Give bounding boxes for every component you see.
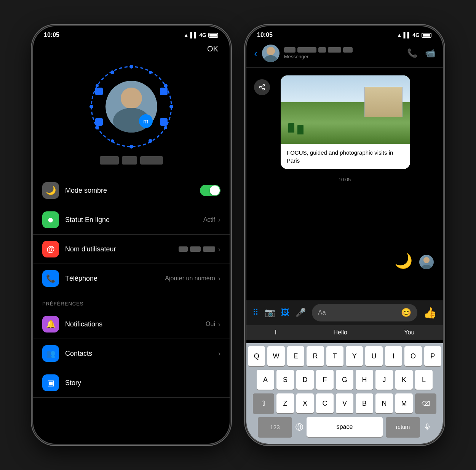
camera-icon[interactable]: 📷 <box>265 308 275 318</box>
settings-item-online[interactable]: ● Statut En ligne Actif › <box>33 205 230 235</box>
key-r[interactable]: R <box>307 346 324 366</box>
dark-mode-toggle[interactable] <box>200 185 220 196</box>
key-w[interactable]: W <box>267 346 284 366</box>
dark-mode-label: Mode sombre <box>65 187 200 195</box>
chevron-username: › <box>218 245 220 253</box>
chat-area: FOCUS, guided and photographic visits in… <box>246 68 443 300</box>
settings-item-notifications[interactable]: 🔔 Notifications Oui › <box>33 310 230 339</box>
chevron-notifications: › <box>218 320 220 328</box>
messenger-header: ‹ Messenger <box>246 41 443 68</box>
key-return[interactable]: return <box>386 417 420 437</box>
phone-call-icon[interactable]: 📞 <box>407 48 417 58</box>
back-button[interactable]: ‹ <box>254 48 257 59</box>
key-z[interactable]: Z <box>276 393 294 413</box>
input-placeholder: Aa <box>318 309 326 317</box>
key-shift[interactable]: ⇧ <box>253 393 274 413</box>
share-button[interactable] <box>254 79 270 95</box>
message-input[interactable]: Aa 😊 <box>312 304 417 321</box>
settings-header: OK <box>33 41 230 61</box>
key-l[interactable]: L <box>415 370 433 390</box>
building <box>364 87 403 117</box>
settings-screen: 10:05 ▲ ▌▌ 4G OK <box>33 26 230 444</box>
suggestion-1[interactable]: I <box>275 329 276 336</box>
svg-point-28 <box>421 265 432 269</box>
svg-point-10 <box>89 105 93 109</box>
bubble-image <box>281 75 410 144</box>
suggestions-bar: I Hello You <box>246 325 443 340</box>
svg-point-6 <box>149 139 152 143</box>
settings-item-telephone[interactable]: 📞 Téléphone Ajouter un numéro › <box>33 264 230 293</box>
key-mic[interactable] <box>423 417 431 437</box>
settings-item-contacts[interactable]: 👥 Contacts › <box>33 339 230 368</box>
key-o[interactable]: O <box>404 346 422 366</box>
key-globe[interactable] <box>295 417 303 437</box>
svg-rect-16 <box>160 118 168 126</box>
contact-avatar <box>262 45 280 62</box>
suggestion-3[interactable]: You <box>404 329 414 336</box>
key-a[interactable]: A <box>257 370 274 390</box>
video-call-icon[interactable]: 📹 <box>425 48 435 58</box>
key-u[interactable]: U <box>365 346 382 366</box>
key-s[interactable]: S <box>276 370 294 390</box>
key-c[interactable]: C <box>316 393 334 413</box>
contact-subtitle: Messenger <box>284 54 407 59</box>
header-icons: 📞 📹 <box>407 48 435 58</box>
contact-info: Messenger <box>284 47 407 59</box>
notch-right <box>314 26 375 38</box>
username-label: Nom d'utilisateur <box>65 245 179 253</box>
notifications-icon: 🔔 <box>42 316 59 333</box>
key-d[interactable]: D <box>296 370 314 390</box>
svg-point-2 <box>149 71 152 74</box>
left-screen: 10:05 ▲ ▌▌ 4G OK <box>33 26 230 444</box>
key-j[interactable]: J <box>375 370 393 390</box>
key-n[interactable]: N <box>375 393 393 413</box>
key-b[interactable]: B <box>356 393 373 413</box>
key-v[interactable]: V <box>336 393 353 413</box>
key-x[interactable]: X <box>296 393 314 413</box>
left-phone: 10:05 ▲ ▌▌ 4G OK <box>32 26 230 444</box>
nb2 <box>297 47 316 53</box>
settings-item-story[interactable]: ▣ Story <box>33 368 230 398</box>
svg-text:m: m <box>143 118 148 125</box>
key-h[interactable]: H <box>356 370 373 390</box>
key-t[interactable]: T <box>326 346 343 366</box>
key-g[interactable]: G <box>336 370 353 390</box>
image-icon[interactable]: 🖼 <box>281 308 289 318</box>
qr-code-svg: m <box>89 65 173 149</box>
emoji-button[interactable]: 😊 <box>401 308 411 318</box>
battery-left <box>208 33 218 38</box>
dark-mode-icon: 🌙 <box>42 182 59 199</box>
key-123[interactable]: 123 <box>258 417 292 437</box>
key-m[interactable]: M <box>395 393 413 413</box>
thumbsup-button[interactable]: 👍 <box>423 307 437 319</box>
key-delete[interactable]: ⌫ <box>415 393 436 413</box>
nb3 <box>318 47 326 53</box>
svg-point-3 <box>164 84 168 88</box>
time-left: 10:05 <box>44 32 59 38</box>
ok-button[interactable]: OK <box>207 45 218 53</box>
settings-list: 🌙 Mode sombre ● Statut En ligne Actif › … <box>33 176 230 398</box>
nb4 <box>328 47 341 53</box>
settings-item-dark-mode[interactable]: 🌙 Mode sombre <box>33 176 230 205</box>
u-block-3 <box>203 246 215 252</box>
key-p[interactable]: P <box>424 346 441 366</box>
time-right: 10:05 <box>257 32 273 38</box>
key-f[interactable]: F <box>316 370 334 390</box>
notch-left <box>101 26 162 38</box>
bubble-caption: FOCUS, guided and photographic visits in… <box>281 144 410 169</box>
key-k[interactable]: K <box>395 370 413 390</box>
settings-item-username[interactable]: @ Nom d'utilisateur › <box>33 235 230 264</box>
messenger-screen: 10:05 ▲ ▌▌ 4G ‹ <box>246 26 443 444</box>
key-q[interactable]: Q <box>248 346 265 366</box>
key-y[interactable]: Y <box>346 346 363 366</box>
apps-icon[interactable]: ⠿ <box>252 308 259 318</box>
story-label: Story <box>65 379 220 387</box>
mic-icon[interactable]: 🎤 <box>296 308 306 318</box>
svg-point-8 <box>111 139 114 142</box>
key-space[interactable]: space <box>307 417 383 437</box>
key-e[interactable]: E <box>287 346 304 366</box>
profile-name <box>100 156 163 165</box>
story-icon: ▣ <box>42 374 59 391</box>
suggestion-2[interactable]: Hello <box>333 329 347 336</box>
key-i[interactable]: I <box>385 346 402 366</box>
